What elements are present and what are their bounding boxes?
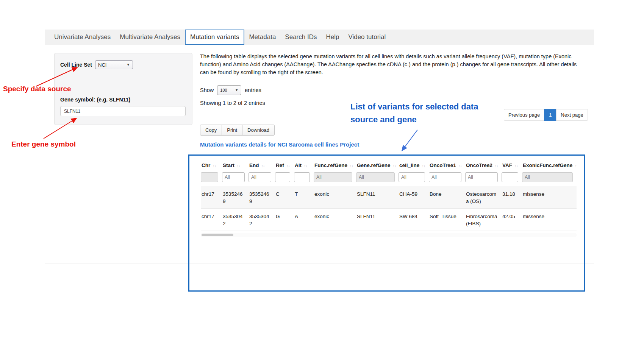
pagination: Previous page 1 Next page (504, 109, 588, 121)
page-number-button[interactable]: 1 (544, 109, 556, 121)
filter-gene-refgene[interactable] (356, 172, 395, 182)
next-page-button[interactable]: Next page (556, 109, 588, 121)
table-cell: 35352469 (249, 186, 275, 209)
column-label: OncoTree1 (430, 162, 456, 168)
sort-icon[interactable]: ↑↓ (350, 163, 353, 168)
sort-icon[interactable]: ↑↓ (495, 163, 498, 168)
table-cell: Soft_Tissue (429, 209, 465, 231)
show-label: Show (200, 87, 214, 93)
cell-line-set-label: Cell Line Set (60, 62, 92, 68)
annotation-list-of-variants: List of variants for selected data sourc… (350, 100, 508, 126)
sort-icon[interactable]: ↑↓ (458, 163, 462, 168)
column-label: End (249, 162, 259, 168)
table-filter-row (201, 172, 577, 186)
tab-search-ids[interactable]: Search IDs (280, 30, 321, 45)
sort-icon[interactable]: ↑↓ (514, 163, 518, 168)
cell-line-set-select[interactable]: NCI ▼ (95, 60, 133, 69)
sort-icon[interactable]: ↑↓ (213, 163, 216, 168)
entries-label: entries (245, 87, 261, 93)
table-info-text: Showing 1 to 2 of 2 entries (200, 100, 265, 106)
filter-oncotree1[interactable] (429, 172, 461, 182)
tab-multivariate-analyses[interactable]: Multivariate Analyses (115, 30, 185, 45)
filter-oncotree2[interactable] (465, 172, 498, 182)
tab-help[interactable]: Help (321, 30, 344, 45)
filter-end[interactable] (249, 172, 271, 182)
filter-func-refgene[interactable] (314, 172, 352, 182)
filter-ref[interactable] (275, 172, 290, 182)
table-cell: C (275, 186, 294, 209)
column-label: OncoTree2 (466, 162, 492, 168)
annotation-enter-gene-symbol: Enter gene symbol (11, 140, 76, 148)
download-button[interactable]: Download (242, 125, 275, 136)
table-row[interactable]: chr173535304235353042GAexonicSLFN11SW 68… (201, 209, 577, 231)
column-header-end[interactable]: End↑↓ (249, 159, 275, 172)
filter-cell-line[interactable] (399, 172, 425, 182)
variants-table: Chr↑↓Start↑↓End↑↓Ref↑↓Alt↑↓Func.refGene↑… (201, 159, 577, 231)
sort-icon[interactable]: ↑↓ (286, 163, 290, 168)
tab-metadata[interactable]: Metadata (244, 30, 280, 45)
table-cell: missense (522, 209, 577, 231)
sort-icon[interactable]: ↑↓ (237, 163, 240, 168)
print-button[interactable]: Print (222, 125, 242, 136)
scrollbar-thumb[interactable] (202, 234, 233, 236)
table-cell: SLFN11 (356, 186, 399, 209)
filter-alt[interactable] (294, 172, 310, 182)
table-cell: Fibrosarcoma (FIBS) (465, 209, 502, 231)
column-label: ExonicFunc.refGene (523, 162, 572, 168)
table-cell: exonic (314, 209, 356, 231)
variants-table-highlight-box: Chr↑↓Start↑↓End↑↓Ref↑↓Alt↑↓Func.refGene↑… (188, 154, 585, 292)
filter-chr[interactable] (201, 172, 218, 182)
column-header-oncotree2[interactable]: OncoTree2↑↓ (465, 159, 502, 172)
gene-symbol-input[interactable] (60, 106, 186, 116)
main-navbar: Univariate AnalysesMultivariate Analyses… (45, 30, 594, 45)
column-label: Alt (295, 162, 302, 168)
column-header-start[interactable]: Start↑↓ (222, 159, 249, 172)
column-header-alt[interactable]: Alt↑↓ (294, 159, 314, 172)
sort-icon[interactable]: ↑↓ (422, 163, 425, 168)
gene-symbol-label: Gene symbol: (e.g. SLFN11) (60, 97, 186, 103)
arrow-to-table (402, 130, 417, 151)
previous-page-button[interactable]: Previous page (504, 109, 544, 121)
sort-icon[interactable]: ↑↓ (304, 163, 307, 168)
column-header-exonicfunc-refgene[interactable]: ExonicFunc.refGene↑↓ (522, 159, 577, 172)
table-cell: T (294, 186, 314, 209)
tab-mutation-variants[interactable]: Mutation variants (185, 30, 244, 45)
column-label: cell_line (399, 162, 419, 168)
copy-button[interactable]: Copy (200, 125, 222, 136)
table-cell: 35352469 (222, 186, 249, 209)
cell-line-set-value: NCI (98, 62, 106, 68)
column-header-cell-line[interactable]: cell_line↑↓ (399, 159, 429, 172)
table-cell: Osteosarcoma (OS) (465, 186, 502, 209)
column-header-vaf[interactable]: VAF↑↓ (502, 159, 522, 172)
column-label: VAF (502, 162, 512, 168)
filter-start[interactable] (222, 172, 245, 182)
column-label: Gene.refGene (357, 162, 391, 168)
column-header-gene-refgene[interactable]: Gene.refGene↑↓ (356, 159, 399, 172)
sort-icon[interactable]: ↑↓ (575, 163, 577, 168)
export-buttons: Copy Print Download (200, 125, 275, 136)
column-header-oncotree1[interactable]: OncoTree1↑↓ (429, 159, 465, 172)
chevron-down-icon: ▼ (127, 63, 130, 67)
column-header-ref[interactable]: Ref↑↓ (275, 159, 294, 172)
table-row[interactable]: chr173535246935352469CTexonicSLFN11CHA-5… (201, 186, 577, 209)
annotation-specify-data-source: Specify data source (3, 85, 71, 93)
page-length-select[interactable]: 100 ▼ (217, 85, 241, 95)
column-header-chr[interactable]: Chr↑↓ (201, 159, 222, 172)
table-title-link[interactable]: Mutation variants details for NCI Sarcom… (200, 141, 359, 148)
column-header-func-refgene[interactable]: Func.refGene↑↓ (314, 159, 356, 172)
table-cell: chr17 (201, 209, 222, 231)
table-cell: Bone (429, 186, 465, 209)
filter-vaf[interactable] (502, 172, 518, 182)
table-cell: exonic (314, 186, 356, 209)
nav-tabs: Univariate AnalysesMultivariate Analyses… (50, 30, 390, 45)
sort-icon[interactable]: ↑↓ (261, 163, 265, 168)
filter-exonicfunc-refgene[interactable] (522, 172, 573, 182)
table-horizontal-scrollbar[interactable] (201, 233, 577, 237)
table-cell: 35353042 (222, 209, 249, 231)
table-cell: missense (522, 186, 577, 209)
sort-icon[interactable]: ↑↓ (393, 163, 396, 168)
table-cell: 42.05 (502, 209, 522, 231)
tab-univariate-analyses[interactable]: Univariate Analyses (50, 30, 115, 45)
table-cell: CHA-59 (399, 186, 429, 209)
tab-video-tutorial[interactable]: Video tutorial (344, 30, 390, 45)
